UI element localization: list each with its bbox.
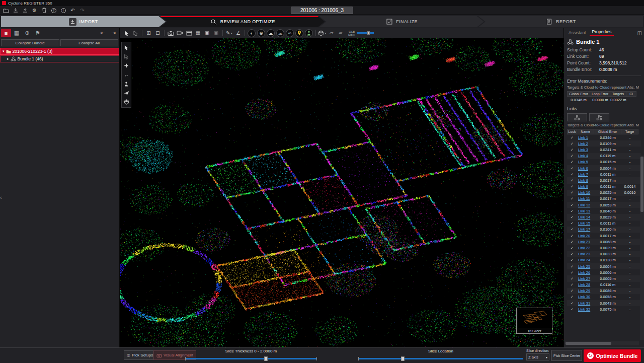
link-name[interactable]: Link 11: [577, 196, 594, 201]
scrollbar-thumb[interactable]: [566, 342, 611, 345]
panel-collapse-arrow[interactable]: ‹: [0, 194, 2, 200]
link-lock-checkbox[interactable]: ✓: [567, 288, 577, 293]
link-name[interactable]: Link 9: [577, 184, 594, 189]
panel-layout-icon[interactable]: ◫: [637, 30, 642, 36]
tab-flag-icon[interactable]: ⚑: [33, 29, 43, 37]
link-name[interactable]: Link 7: [577, 172, 594, 177]
cloud-view-button[interactable]: ☁: [267, 29, 275, 37]
link-name[interactable]: Link 24: [577, 258, 594, 262]
workflow-step-review-optimize[interactable]: REVIEW AND OPTIMIZE: [160, 16, 325, 27]
qlb-size-slider[interactable]: [357, 32, 374, 34]
link-lock-checkbox[interactable]: ✓: [567, 141, 577, 146]
collapse-in-icon[interactable]: ⇤: [98, 29, 108, 37]
tab-map-view-icon[interactable]: ⊕: [22, 29, 32, 37]
tab-properties[interactable]: Properties: [590, 28, 614, 36]
link-name[interactable]: Link 2: [577, 141, 594, 146]
link-lock-checkbox[interactable]: ✓: [567, 246, 577, 250]
pick-cursor-button[interactable]: [122, 44, 130, 51]
link-name[interactable]: Link 12: [577, 203, 594, 207]
link-lock-checkbox[interactable]: ✓: [567, 148, 577, 152]
link-lock-checkbox[interactable]: ✓: [567, 307, 577, 312]
slider-handle[interactable]: [401, 356, 405, 361]
links-column-header[interactable]: Lock: [567, 129, 577, 134]
truslicer-widget[interactable]: TruSlicer: [516, 308, 552, 334]
plane-outline-button[interactable]: ▱: [327, 29, 336, 37]
pan-tool-button[interactable]: ✚: [122, 62, 130, 69]
links-horizontal-scrollbar[interactable]: [565, 341, 639, 345]
link-name[interactable]: Link 15: [577, 221, 594, 226]
links-column-header[interactable]: Name: [577, 129, 594, 134]
settings-gear-icon[interactable]: ⚙: [30, 7, 39, 14]
link-lock-checkbox[interactable]: ✓: [567, 301, 577, 306]
link-name[interactable]: Link 14: [577, 215, 594, 220]
links-vertical-scrollbar[interactable]: [640, 156, 644, 340]
image-overlay-alt-button[interactable]: ▣: [212, 29, 220, 37]
slider-handle[interactable]: [367, 31, 370, 35]
publish-button[interactable]: [21, 7, 29, 14]
link-name[interactable]: Link 31: [577, 301, 594, 306]
link-name[interactable]: Link 8: [577, 178, 594, 183]
link-lock-checkbox[interactable]: ✓: [567, 190, 577, 195]
import-button[interactable]: [11, 7, 20, 14]
plane-filled-button[interactable]: ▰: [336, 29, 345, 37]
collapse-all-button[interactable]: Collapse All: [60, 39, 119, 46]
link-lock-checkbox[interactable]: ✓: [567, 209, 577, 213]
workflow-step-report[interactable]: REPORT: [478, 16, 643, 27]
expander-icon[interactable]: ▾: [3, 49, 5, 53]
box-mode-button[interactable]: [122, 98, 130, 106]
link-name[interactable]: Link 28: [577, 282, 594, 287]
zoom-out-window-button[interactable]: ⊟: [153, 29, 162, 37]
auto-cloud-links-button[interactable]: [567, 113, 587, 121]
link-name[interactable]: Link 1: [577, 135, 594, 140]
link-name[interactable]: Link 27: [577, 276, 594, 281]
link-name[interactable]: Link 10: [577, 190, 594, 195]
link-name[interactable]: Link 13: [577, 209, 594, 213]
slice-location-slider[interactable]: [358, 358, 523, 359]
link-name[interactable]: Link 20: [577, 234, 594, 238]
link-lock-checkbox[interactable]: ✓: [567, 276, 577, 281]
link-name[interactable]: Link 30: [577, 295, 594, 299]
link-lock-checkbox[interactable]: ✓: [567, 178, 577, 183]
grid-view-button[interactable]: ▦: [194, 29, 202, 37]
link-lock-checkbox[interactable]: ✓: [567, 196, 577, 201]
link-lock-checkbox[interactable]: ✓: [567, 184, 577, 189]
workflow-step-import[interactable]: IMPORT: [1, 16, 166, 27]
sphere-view-button[interactable]: ◐: [248, 29, 256, 37]
open-project-button[interactable]: [2, 7, 10, 14]
link-name[interactable]: Link 21: [577, 240, 594, 244]
tab-assistant[interactable]: Assistant: [566, 29, 589, 36]
link-name[interactable]: Link 5: [577, 160, 594, 164]
info-button[interactable]: i: [59, 7, 67, 14]
workflow-step-finalize[interactable]: FINALIZE: [319, 16, 484, 27]
truslicer-minimap-canvas[interactable]: [518, 310, 551, 328]
multi-select-cursor-button[interactable]: [131, 29, 140, 37]
setup-person-button[interactable]: [305, 29, 313, 37]
link-lock-checkbox[interactable]: ✓: [567, 203, 577, 207]
video-record-button[interactable]: [176, 29, 184, 37]
view-cube-button[interactable]: ▾: [318, 29, 327, 37]
zoom-window-button[interactable]: ⊞: [144, 29, 153, 37]
link-name[interactable]: Link 32: [577, 307, 594, 312]
help-button[interactable]: ?: [49, 7, 58, 14]
select-cursor-button[interactable]: [122, 29, 131, 37]
image-overlay-button[interactable]: ▣: [203, 29, 211, 37]
links-column-header[interactable]: Global Error: [594, 129, 621, 134]
link-name[interactable]: Link 23: [577, 252, 594, 256]
point-cloud-canvas[interactable]: [120, 28, 564, 347]
measure-range-button[interactable]: ↔: [122, 71, 130, 79]
link-lock-checkbox[interactable]: ✓: [567, 160, 577, 164]
link-view-button[interactable]: ∞: [286, 29, 294, 37]
delete-trash-button[interactable]: [40, 7, 48, 14]
link-lock-checkbox[interactable]: ✓: [567, 154, 577, 158]
fly-tool-button[interactable]: [122, 89, 130, 97]
cloud-density-button[interactable]: ☁: [276, 29, 284, 37]
pick-slice-center-button[interactable]: Pick Slice Center: [551, 350, 582, 361]
link-lock-checkbox[interactable]: ✓: [567, 295, 577, 299]
link-lock-checkbox[interactable]: ✓: [567, 227, 577, 232]
tab-project-tree-icon[interactable]: ≡: [1, 29, 11, 37]
tab-grid-view-icon[interactable]: ▦: [12, 29, 22, 37]
link-lock-checkbox[interactable]: ✓: [567, 135, 577, 140]
link-name[interactable]: Link 26: [577, 270, 594, 275]
link-name[interactable]: Link 29: [577, 288, 594, 293]
globe-view-button[interactable]: ⊕: [257, 29, 265, 37]
